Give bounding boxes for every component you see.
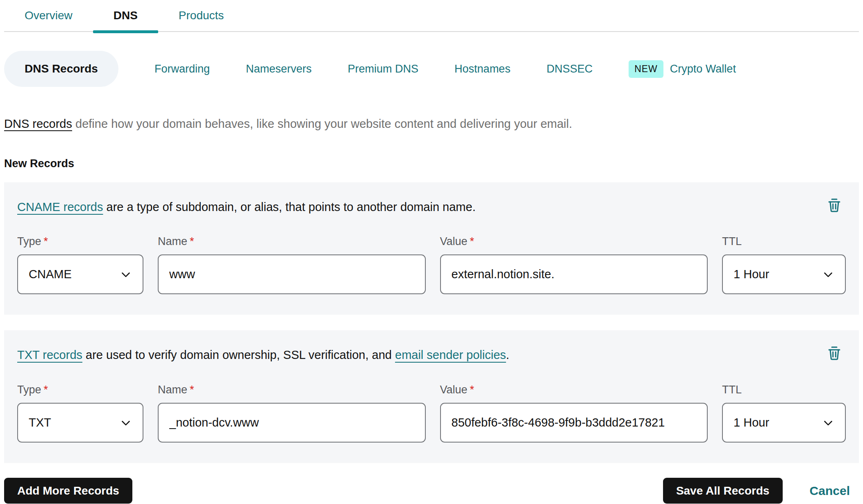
subnav-item-dnssec[interactable]: DNSSEC [547, 63, 593, 75]
txt-description-end: . [506, 348, 509, 361]
cname-type-selected-value: CNAME [29, 268, 72, 281]
required-asterisk: * [44, 235, 48, 247]
cname-type-label: Type* [17, 235, 143, 248]
email-sender-policies-link[interactable]: email sender policies [395, 348, 506, 361]
cname-type-field: Type* CNAME [17, 235, 143, 294]
tab-dns[interactable]: DNS [93, 0, 158, 32]
dns-intro-text: DNS records define how your domain behav… [4, 116, 859, 132]
txt-name-input[interactable] [158, 403, 426, 443]
required-asterisk: * [470, 384, 475, 396]
txt-ttl-select[interactable]: 1 Hour [722, 403, 846, 443]
txt-name-field: Name* [158, 384, 426, 443]
txt-type-label-text: Type [17, 384, 41, 396]
txt-description-text: are used to verify domain ownership, SSL… [82, 348, 395, 361]
txt-fields-row: Type* TXT Name* Value* TTL 1 Hour [17, 384, 846, 443]
tab-overview[interactable]: Overview [4, 0, 93, 32]
required-asterisk: * [190, 384, 194, 396]
chevron-down-icon [822, 268, 834, 281]
record-card-txt: TXT records are used to verify domain ow… [4, 330, 859, 463]
add-more-records-button[interactable]: Add More Records [4, 478, 132, 504]
cname-value-field: Value* [440, 235, 708, 294]
new-records-heading: New Records [4, 157, 859, 170]
subnav-item-forwarding[interactable]: Forwarding [154, 63, 210, 75]
required-asterisk: * [190, 235, 194, 247]
cname-type-select[interactable]: CNAME [17, 254, 143, 294]
cname-ttl-label: TTL [722, 235, 846, 248]
subnav-item-hostnames[interactable]: Hostnames [454, 63, 511, 75]
dns-management-page: Overview DNS Products DNS Records Forwar… [0, 0, 863, 504]
dns-records-link[interactable]: DNS records [4, 117, 72, 130]
subnav-item-dns-records[interactable]: DNS Records [4, 51, 118, 87]
chevron-down-icon [120, 268, 132, 281]
chevron-down-icon [822, 417, 834, 429]
cname-records-link[interactable]: CNAME records [17, 200, 103, 213]
cname-value-input[interactable] [440, 254, 708, 294]
cancel-button[interactable]: Cancel [810, 484, 850, 498]
new-badge: NEW [629, 60, 663, 78]
cname-type-label-text: Type [17, 235, 41, 247]
dns-subnav: DNS Records Forwarding Nameservers Premi… [4, 51, 859, 87]
top-tab-bar: Overview DNS Products [4, 0, 859, 32]
cname-fields-row: Type* CNAME Name* Value* TTL 1 Hour [17, 235, 846, 294]
txt-description: TXT records are used to verify domain ow… [17, 347, 846, 363]
cname-ttl-selected-value: 1 Hour [734, 268, 769, 281]
tab-products[interactable]: Products [158, 0, 245, 32]
txt-name-label-text: Name [158, 384, 187, 396]
txt-ttl-field: TTL 1 Hour [722, 384, 846, 443]
form-actions-bar: Add More Records Save All Records Cancel [4, 478, 859, 504]
delete-txt-record-button[interactable] [824, 343, 844, 363]
txt-records-link[interactable]: TXT records [17, 348, 82, 361]
trash-icon [826, 197, 843, 213]
subnav-item-nameservers[interactable]: Nameservers [246, 63, 312, 75]
txt-value-label-text: Value [440, 384, 468, 396]
cname-ttl-field: TTL 1 Hour [722, 235, 846, 294]
subnav-item-crypto-wallet[interactable]: NEW Crypto Wallet [629, 60, 736, 78]
record-card-cname: CNAME records are a type of subdomain, o… [4, 182, 859, 315]
txt-value-label: Value* [440, 384, 708, 396]
save-all-records-button[interactable]: Save All Records [663, 478, 783, 504]
chevron-down-icon [120, 417, 132, 429]
txt-name-label: Name* [158, 384, 426, 396]
required-asterisk: * [44, 384, 48, 396]
txt-value-input[interactable] [440, 403, 708, 443]
delete-cname-record-button[interactable] [824, 195, 844, 215]
cname-description-text: are a type of subdomain, or alias, that … [103, 200, 476, 213]
cname-name-label: Name* [158, 235, 426, 248]
subnav-item-premium-dns[interactable]: Premium DNS [348, 63, 419, 75]
txt-ttl-selected-value: 1 Hour [734, 416, 769, 429]
txt-type-selected-value: TXT [29, 416, 51, 429]
cname-name-label-text: Name [158, 235, 187, 247]
subnav-item-crypto-wallet-label: Crypto Wallet [670, 63, 736, 75]
required-asterisk: * [470, 235, 475, 247]
cname-ttl-label-text: TTL [722, 235, 742, 247]
cname-description: CNAME records are a type of subdomain, o… [17, 200, 846, 215]
trash-icon [826, 345, 843, 361]
txt-ttl-label-text: TTL [722, 384, 742, 396]
cname-ttl-select[interactable]: 1 Hour [722, 254, 846, 294]
txt-type-field: Type* TXT [17, 384, 143, 443]
txt-ttl-label: TTL [722, 384, 846, 396]
cname-name-input[interactable] [158, 254, 426, 294]
cname-name-field: Name* [158, 235, 426, 294]
cname-value-label-text: Value [440, 235, 468, 247]
dns-intro-rest: define how your domain behaves, like sho… [72, 117, 572, 130]
txt-value-field: Value* [440, 384, 708, 443]
txt-type-select[interactable]: TXT [17, 403, 143, 443]
txt-type-label: Type* [17, 384, 143, 396]
cname-value-label: Value* [440, 235, 708, 248]
